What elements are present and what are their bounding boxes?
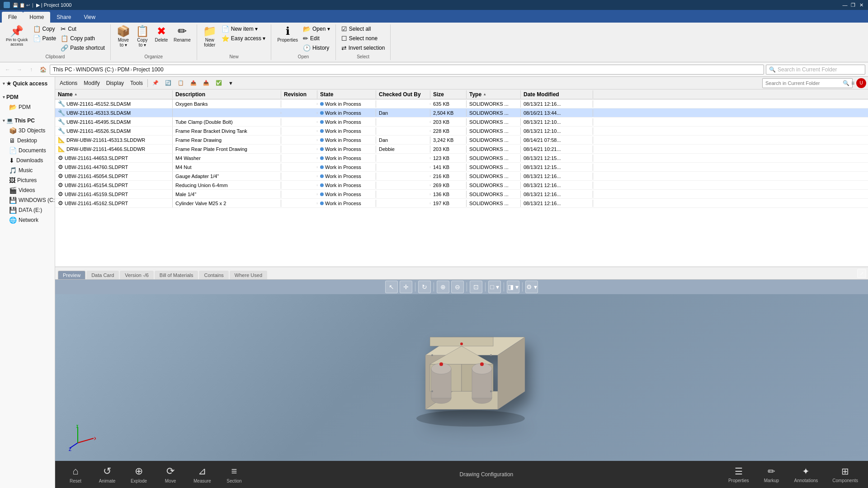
minimize-button[interactable]: — xyxy=(842,2,848,8)
copy-button[interactable]: 📋 Copy xyxy=(31,24,58,33)
sidebar-item-3dobjects[interactable]: 📦 3D Objects xyxy=(0,126,55,136)
pdm-tb-icon-2[interactable]: 🔄 xyxy=(162,79,174,87)
properties-button[interactable]: ℹ Properties xyxy=(275,24,300,44)
tab-version[interactable]: Version -/6 xyxy=(120,271,154,279)
col-header-rev[interactable]: Revision xyxy=(281,90,317,99)
paste-button[interactable]: 📄 Paste xyxy=(31,34,58,43)
pdm-tb-icon-1[interactable]: 📌 xyxy=(150,79,161,87)
sidebar-item-pictures[interactable]: 🖼 Pictures xyxy=(0,175,55,185)
move-button[interactable]: ⟳ Move xyxy=(155,464,186,485)
section-button[interactable]: ◨ ▾ xyxy=(507,281,519,293)
forward-button[interactable]: → xyxy=(14,65,24,75)
tab-view[interactable]: View xyxy=(77,12,102,23)
back-button[interactable]: ← xyxy=(3,65,13,75)
table-row[interactable]: ⚙ UBW-21161-45162.SLDPRT Cylinder Valve … xyxy=(55,199,868,208)
new-item-button[interactable]: 📄 New item ▾ xyxy=(220,24,268,33)
rename-button[interactable]: ✏ Rename xyxy=(171,24,193,44)
col-header-name[interactable]: Name ▲ xyxy=(55,90,173,99)
table-row[interactable]: ⚙ UBW-21161-45054.SLDPRT Gauge Adapter 1… xyxy=(55,172,868,181)
tab-home[interactable]: Home xyxy=(23,12,50,23)
section-button[interactable]: ≡ Section xyxy=(218,464,250,485)
select-all-button[interactable]: ☑ Select all xyxy=(340,24,387,33)
sidebar-item-pdm-sub[interactable]: 📂 PDM xyxy=(0,102,55,112)
table-row[interactable]: 🔧 UBW-21161-45495.SLDASM Tube Clamp (Dou… xyxy=(55,117,868,127)
sidebar-pdm-header[interactable]: ▾ PDM xyxy=(0,92,55,102)
history-button[interactable]: 🕐 History xyxy=(301,43,332,52)
pdm-tb-icon-3[interactable]: 📋 xyxy=(175,79,187,87)
zoom-out-button[interactable]: ⊖ xyxy=(451,281,464,293)
pdm-user-icon[interactable]: U xyxy=(856,78,866,88)
sidebar-quick-access-header[interactable]: ▾ ★ Quick access xyxy=(0,79,55,89)
sidebar-item-desktop[interactable]: 🖥 Desktop xyxy=(0,136,55,145)
tab-share[interactable]: Share xyxy=(50,12,77,23)
tab-preview[interactable]: Preview xyxy=(58,271,85,279)
fit-button[interactable]: ⊡ xyxy=(470,281,482,293)
tools-menu[interactable]: Tools xyxy=(127,79,146,87)
move-to-button[interactable]: 📦 Moveto ▾ xyxy=(114,24,132,49)
config-dropdown[interactable]: ⚙ ▾ xyxy=(525,281,538,293)
table-row[interactable]: ⚙ UBW-21161-44653.SLDPRT M4 Washer Work … xyxy=(55,154,868,163)
recent-locations-button[interactable]: 🏠 xyxy=(38,65,48,75)
paste-shortcut-button[interactable]: 🔗 Paste shortcut xyxy=(59,43,107,52)
address-path[interactable]: This PC › WINDOWS (C:) › PDM › Project 1… xyxy=(50,65,764,75)
col-header-date[interactable]: Date Modified xyxy=(521,90,593,99)
sidebar-item-windows-c[interactable]: 💾 WINDOWS (C:) xyxy=(0,195,55,205)
properties-button-bottom[interactable]: ☰ Properties xyxy=(723,464,755,485)
pdm-filter-icon[interactable]: ≡ xyxy=(851,80,854,86)
preview-expand-button[interactable]: ⤢ xyxy=(857,269,866,278)
col-header-desc[interactable]: Description xyxy=(173,90,281,99)
table-row[interactable]: 📐 DRW-UBW-21161-45466.SLDDWR Frame Rear … xyxy=(55,145,868,154)
table-row[interactable]: ⚙ UBW-21161-44760.SLDPRT M4 Nut Work in … xyxy=(55,163,868,172)
path-segment-project[interactable]: Project 1000 xyxy=(133,66,163,73)
tab-bom[interactable]: Bill of Materials xyxy=(155,271,198,279)
pdm-tb-icon-4[interactable]: 📤 xyxy=(188,79,199,87)
select-mode-button[interactable]: ↖ xyxy=(385,281,398,293)
new-folder-button[interactable]: 📁 Newfolder xyxy=(201,24,219,49)
open-button[interactable]: 📂 Open ▾ xyxy=(301,24,332,33)
up-button[interactable]: ↑ xyxy=(26,65,36,75)
col-header-state[interactable]: State xyxy=(317,90,376,99)
components-button[interactable]: ⊞ Components xyxy=(827,464,863,485)
sidebar-item-data-e[interactable]: 💾 DATA (E:) xyxy=(0,205,55,215)
rotate-button[interactable]: ↻ xyxy=(418,281,431,293)
col-header-size[interactable]: Size xyxy=(430,90,467,99)
measure-button[interactable]: ⊿ Measure xyxy=(186,464,218,485)
modify-menu[interactable]: Modify xyxy=(81,79,102,87)
sidebar-item-videos[interactable]: 🎬 Videos xyxy=(0,185,55,195)
path-segment-pdm[interactable]: PDM xyxy=(118,66,130,73)
easy-access-button[interactable]: ⭐ Easy access ▾ xyxy=(220,34,268,43)
path-segment-thispc[interactable]: This PC xyxy=(53,66,72,73)
tab-whereused[interactable]: Where Used xyxy=(230,271,267,279)
pan-button[interactable]: ✛ xyxy=(400,281,412,293)
display-menu[interactable]: Display xyxy=(104,79,127,87)
select-none-button[interactable]: ☐ Select none xyxy=(340,34,387,43)
copy-path-button[interactable]: 📋 Copy path xyxy=(59,34,107,43)
col-header-type[interactable]: Type ▲ xyxy=(467,90,521,99)
pdm-tb-icon-5[interactable]: 📥 xyxy=(200,79,212,87)
table-row[interactable]: 📐 DRW-UBW-21161-45313.SLDDWR Frame Rear … xyxy=(55,136,868,145)
restore-button[interactable]: ❐ xyxy=(850,2,856,8)
cut-button[interactable]: ✂ Cut xyxy=(59,24,107,33)
invert-selection-button[interactable]: ⇄ Invert selection xyxy=(340,43,387,52)
sidebar-item-documents[interactable]: 📄 Documents xyxy=(0,145,55,155)
search-box[interactable]: 🔍 Search in Current Folder xyxy=(766,65,865,75)
pdm-search-input[interactable] xyxy=(762,78,853,88)
table-row[interactable]: 🔧 UBW-21161-45152.SLDASM Oxygen Banks Wo… xyxy=(55,99,868,108)
table-row[interactable]: 🔧 UBW-21161-45526.SLDASM Frame Rear Brac… xyxy=(55,127,868,136)
pdm-tb-icon-7[interactable]: ▼ xyxy=(226,80,236,87)
table-row[interactable]: ⚙ UBW-21161-45159.SLDPRT Male 1/4" Work … xyxy=(55,190,868,199)
tab-contains[interactable]: Contains xyxy=(199,271,228,279)
section-dropdown[interactable]: ◨ ▾ xyxy=(507,281,519,293)
tab-file[interactable]: File xyxy=(2,12,23,23)
delete-button[interactable]: ✖ Delete xyxy=(152,24,170,44)
animate-button[interactable]: ↺ Animate xyxy=(91,464,123,485)
zoom-in-button[interactable]: ⊕ xyxy=(437,281,449,293)
markup-button[interactable]: ✏ Markup xyxy=(758,464,785,485)
pdm-tb-icon-6[interactable]: ✅ xyxy=(213,79,225,87)
tab-datacard[interactable]: Data Card xyxy=(86,271,119,279)
col-header-checked[interactable]: Checked Out By xyxy=(376,90,430,99)
sidebar-item-music[interactable]: 🎵 Music xyxy=(0,165,55,175)
pin-to-quick-access-button[interactable]: 📌 Pin to Quickaccess xyxy=(4,24,30,48)
sidebar-thispc-header[interactable]: ▾ 💻 This PC xyxy=(0,116,55,126)
table-row[interactable]: ⚙ UBW-21161-45154.SLDPRT Reducing Union … xyxy=(55,181,868,190)
